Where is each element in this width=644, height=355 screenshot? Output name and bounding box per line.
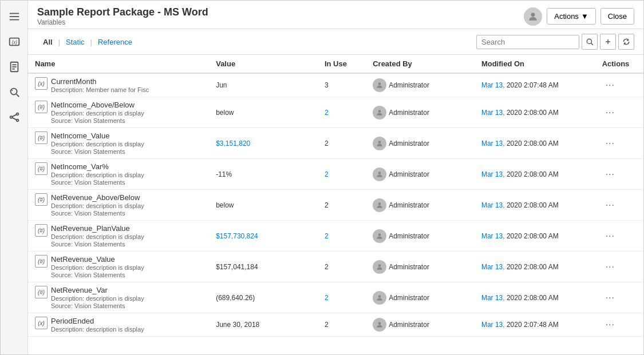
cell-actions-8: ··· <box>595 313 643 337</box>
tab-reference[interactable]: Reference <box>92 35 138 49</box>
cell-inuse-1[interactable]: 2 <box>318 97 366 128</box>
variable-icon-2: (#) <box>35 131 48 144</box>
variable-desc-2: Description: description is display <box>51 141 202 147</box>
cell-createdby-7: Administrator <box>366 282 475 313</box>
tab-static[interactable]: Static <box>60 35 90 49</box>
variable-icon-8: (x) <box>35 317 48 329</box>
sidebar-item-variable[interactable]: {x} <box>3 30 26 53</box>
row-actions-button-5[interactable]: ··· <box>602 230 618 242</box>
inuse-link-1[interactable]: 2 <box>325 109 329 117</box>
variable-source-4: Source: Vision Statements <box>51 210 202 217</box>
row-actions-button-7[interactable]: ··· <box>602 292 618 304</box>
modified-date-5: Mar 13, 2020 2:08:00 AM <box>481 232 559 240</box>
cell-name-8: (x)PeriodEndedDescription: description i… <box>28 313 209 337</box>
svg-point-26 <box>378 202 381 205</box>
toolbar: All | Static | Reference <box>28 29 643 55</box>
svg-point-9 <box>10 89 17 95</box>
modified-date-8: Mar 13, 2020 2:07:48 AM <box>481 321 559 329</box>
table-row: (#)NetRevenue_PlanValueDescription: desc… <box>28 221 643 252</box>
inuse-link-5[interactable]: 2 <box>325 232 329 240</box>
svg-point-18 <box>587 39 591 43</box>
variable-name-4: NetRevenue_Above/Below <box>51 193 202 202</box>
cell-name-3: (#)NetIncome_Var%Description: descriptio… <box>28 159 209 190</box>
svg-point-24 <box>378 141 381 143</box>
cell-modifiedon-6: Mar 13, 2020 2:08:00 AM <box>475 252 595 282</box>
table-row: (#)NetIncome_ValueDescription: descripti… <box>28 128 643 159</box>
cell-inuse-0: 3 <box>318 73 366 97</box>
variable-desc-4: Description: description is display <box>51 202 202 209</box>
close-button[interactable]: Close <box>600 8 634 25</box>
sidebar-item-document[interactable] <box>3 55 26 78</box>
variable-desc-6: Description: description is display <box>51 264 202 271</box>
modified-date-6: Mar 13, 2020 2:08:00 AM <box>481 263 559 271</box>
add-button[interactable] <box>600 34 616 50</box>
row-actions-button-1[interactable]: ··· <box>602 106 618 119</box>
variable-name-7: NetRevenue_Var <box>51 286 202 294</box>
svg-point-22 <box>378 82 381 85</box>
variable-name-0: CurrentMonth <box>51 77 202 86</box>
header-left: Sample Report Package - MS Word Variable… <box>37 6 208 26</box>
cell-value-4: below <box>209 190 318 221</box>
cell-inuse-5[interactable]: 2 <box>318 221 366 252</box>
cell-createdby-3: Administrator <box>366 159 475 190</box>
creator-name-0: Administrator <box>389 81 429 89</box>
creator-name-2: Administrator <box>389 139 429 147</box>
table-row: (x)CurrentMonthDescription: Member name … <box>28 73 643 97</box>
svg-point-14 <box>16 119 18 122</box>
variable-desc-0: Description: Member name for Fisc <box>51 86 202 93</box>
cell-createdby-4: Administrator <box>366 190 475 221</box>
tab-all[interactable]: All <box>37 35 58 49</box>
variable-desc-8: Description: description is display <box>51 326 202 333</box>
search-area <box>476 34 634 50</box>
cell-actions-2: ··· <box>595 128 643 159</box>
page-title: Sample Report Package - MS Word <box>37 6 208 18</box>
cell-inuse-2: 2 <box>318 128 366 159</box>
refresh-button[interactable] <box>618 34 634 50</box>
row-actions-button-8[interactable]: ··· <box>602 318 618 331</box>
svg-line-15 <box>12 114 16 117</box>
cell-name-0: (x)CurrentMonthDescription: Member name … <box>28 73 209 97</box>
row-actions-button-3[interactable]: ··· <box>602 168 618 181</box>
row-actions-button-0[interactable]: ··· <box>602 79 618 91</box>
row-actions-button-4[interactable]: ··· <box>602 199 618 212</box>
chevron-down-icon: ▼ <box>581 12 588 21</box>
sidebar: {x} <box>1 1 28 354</box>
sidebar-item-menu[interactable] <box>3 5 26 28</box>
creator-name-5: Administrator <box>389 232 429 240</box>
cell-inuse-3[interactable]: 2 <box>318 159 366 190</box>
variable-source-5: Source: Vision Statements <box>51 241 202 248</box>
svg-point-17 <box>531 13 535 17</box>
cell-value-1: below <box>209 97 318 128</box>
creator-name-7: Administrator <box>389 294 429 302</box>
avatar-7 <box>373 291 386 305</box>
svg-point-25 <box>378 171 381 174</box>
creator-name-4: Administrator <box>389 201 429 209</box>
sidebar-item-connect[interactable] <box>3 106 26 129</box>
svg-point-27 <box>378 233 381 236</box>
variable-icon-0: (x) <box>35 77 48 90</box>
search-input[interactable] <box>476 35 579 49</box>
cell-value-6: $157,041,184 <box>209 252 318 282</box>
cell-inuse-4: 2 <box>318 190 366 221</box>
table-row: (#)NetIncome_Above/BelowDescription: des… <box>28 97 643 128</box>
header: Sample Report Package - MS Word Variable… <box>28 1 643 29</box>
sidebar-item-search[interactable] <box>3 81 26 103</box>
cell-createdby-0: Administrator <box>366 73 475 97</box>
actions-button[interactable]: Actions ▼ <box>547 8 596 25</box>
svg-line-19 <box>591 43 593 45</box>
svg-point-30 <box>378 322 381 325</box>
cell-name-6: (#)NetRevenue_ValueDescription: descript… <box>28 252 209 282</box>
row-actions-button-2[interactable]: ··· <box>602 137 618 150</box>
cell-inuse-7[interactable]: 2 <box>318 282 366 313</box>
search-button[interactable] <box>582 34 598 50</box>
inuse-link-7[interactable]: 2 <box>325 294 329 302</box>
page-subtitle: Variables <box>37 18 208 26</box>
creator-name-1: Administrator <box>389 109 429 117</box>
tab-bar: All | Static | Reference <box>37 35 138 49</box>
inuse-link-3[interactable]: 2 <box>325 170 329 178</box>
row-actions-button-6[interactable]: ··· <box>602 261 618 273</box>
svg-point-28 <box>378 264 381 267</box>
svg-line-10 <box>16 94 19 97</box>
cell-value-7: (689,640.26) <box>209 282 318 313</box>
header-right: Actions ▼ Close <box>524 7 634 26</box>
